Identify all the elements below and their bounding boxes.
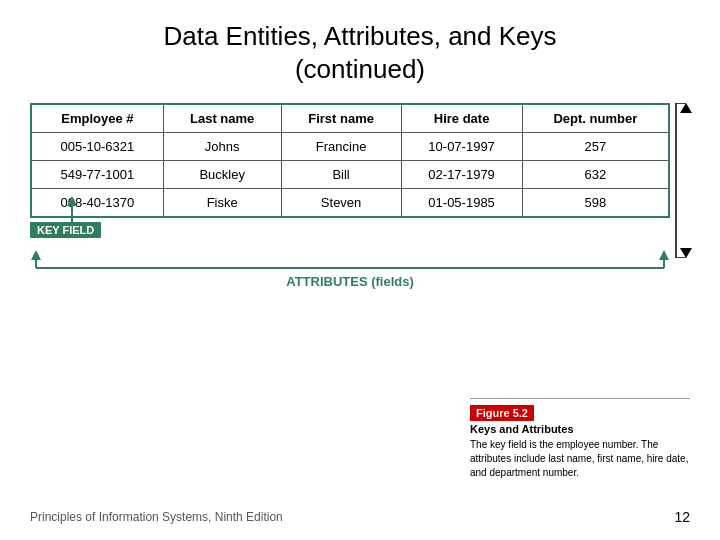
bottom-arrow-section [30,250,670,270]
svg-marker-10 [659,250,669,260]
cell-fn1: Francine [281,133,401,161]
col-header-hiredate: Hire date [401,104,522,133]
col-header-lastname: Last name [163,104,281,133]
svg-marker-3 [680,103,692,113]
cell-emp1: 005-10-6321 [31,133,163,161]
page: Data Entities, Attributes, and Keys (con… [0,0,720,540]
figure-caption-title: Keys and Attributes [470,423,690,435]
cell-dept1: 257 [522,133,669,161]
page-title: Data Entities, Attributes, and Keys (con… [163,20,556,85]
figure-caption-text: The key field is the employee number. Th… [470,438,690,480]
footer-page: 12 [674,509,690,525]
cell-fn3: Steven [281,189,401,218]
cell-dept2: 632 [522,161,669,189]
cell-hd1: 10-07-1997 [401,133,522,161]
col-header-firstname: First name [281,104,401,133]
cell-ln3: Fiske [163,189,281,218]
employee-table: Employee # Last name First name Hire dat… [30,103,670,218]
footer-left: Principles of Information Systems, Ninth… [30,510,283,524]
cell-emp3: 098-40-1370 [31,189,163,218]
cell-fn2: Bill [281,161,401,189]
col-header-dept: Dept. number [522,104,669,133]
svg-marker-6 [67,196,77,206]
key-field-section: KEY FIELD [30,218,670,248]
cell-ln2: Buckley [163,161,281,189]
attributes-arrow-svg [30,250,670,270]
table-row: 549-77-1001 Buckley Bill 02-17-1979 632 [31,161,669,189]
cell-hd2: 02-17-1979 [401,161,522,189]
table-row: 098-40-1370 Fiske Steven 01-05-1985 598 [31,189,669,218]
svg-marker-8 [31,250,41,260]
cell-emp2: 549-77-1001 [31,161,163,189]
cell-hd3: 01-05-1985 [401,189,522,218]
col-header-employee: Employee # [31,104,163,133]
entities-bracket-svg [672,103,720,258]
svg-marker-4 [680,248,692,258]
cell-ln1: Johns [163,133,281,161]
attributes-label-section: ATTRIBUTES (fields) [30,272,670,290]
figure-number: Figure 5.2 [470,405,534,421]
figure-caption: Figure 5.2 Keys and Attributes The key f… [470,398,690,480]
footer: Principles of Information Systems, Ninth… [30,509,690,525]
data-table-container: Employee # Last name First name Hire dat… [30,103,670,218]
cell-dept3: 598 [522,189,669,218]
table-row: 005-10-6321 Johns Francine 10-07-1997 25… [31,133,669,161]
key-field-box: KEY FIELD [30,222,101,238]
